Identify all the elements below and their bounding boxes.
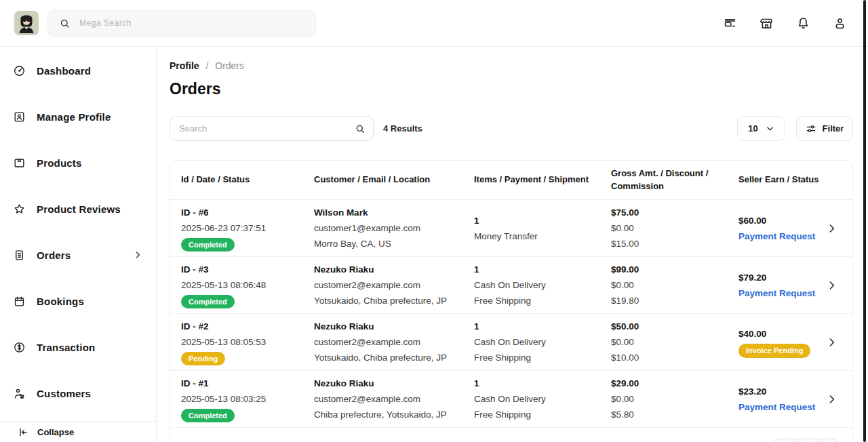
sidebar-item-label: Bookings	[37, 296, 84, 307]
sidebar-item-dashboard[interactable]: Dashboard	[0, 47, 156, 94]
sidebar: Dashboard Manage Profile Products Produc…	[0, 47, 157, 442]
cell-customer: Nezuko Riaku customer2@example.com Yotsu…	[314, 257, 474, 313]
sidebar-item-manage-profile[interactable]: Manage Profile	[0, 94, 156, 140]
payment-request-link[interactable]: Payment Request	[738, 285, 832, 301]
collapse-label: Collapse	[37, 427, 74, 437]
shipment-method: Free Shipping	[474, 293, 601, 308]
payment-request-link[interactable]: Payment Request	[738, 399, 832, 415]
order-row[interactable]: ID - #3 2025-05-13 08:06:48 Completed Ne…	[170, 257, 852, 314]
profile-card-icon	[13, 110, 26, 123]
order-row[interactable]: ID - #6 2025-06-23 07:37:51 Completed Wi…	[170, 200, 852, 257]
results-count: 4 Results	[383, 123, 422, 134]
breadcrumb-separator: /	[205, 60, 208, 71]
pagination	[774, 439, 837, 442]
breadcrumb: Profile / Orders	[170, 60, 868, 71]
cell-id-date-status: ID - #2 2025-05-13 08:05:53 Pending	[181, 314, 314, 370]
chevron-down-icon	[766, 124, 774, 133]
status-badge: Pending	[181, 352, 225, 366]
items-count: 1	[474, 213, 601, 228]
mega-search	[47, 9, 316, 37]
window-scrollbar[interactable]	[863, 0, 866, 442]
column-header: Gross Amt. / Discount / Commission	[611, 167, 738, 193]
order-id: ID - #1	[181, 376, 304, 391]
breadcrumb-parent[interactable]: Profile	[170, 60, 199, 71]
row-chevron-right-icon[interactable]	[826, 222, 837, 234]
order-date: 2025-05-13 08:03:25	[181, 391, 304, 407]
cell-amounts: $99.00 $0.00 $19.80	[611, 257, 738, 313]
order-row[interactable]: ID - #2 2025-05-13 08:05:53 Pending Nezu…	[170, 314, 852, 371]
filter-button[interactable]: Filter	[796, 116, 853, 141]
order-id: ID - #2	[181, 319, 304, 334]
breadcrumb-current: Orders	[215, 60, 244, 71]
sidebar-item-label: Manage Profile	[37, 111, 111, 123]
customer-location: Yotsukaido, Chiba prefecture, JP	[314, 293, 465, 308]
gross-amount: $29.00	[611, 376, 729, 391]
sidebar-item-transaction[interactable]: Transaction	[0, 324, 156, 370]
table-search	[170, 116, 374, 141]
user-icon[interactable]	[833, 16, 847, 31]
gross-amount: $75.00	[611, 205, 729, 220]
commission-amount: $5.80	[611, 407, 729, 422]
page-size-select[interactable]: 10	[737, 116, 785, 141]
customer-email: customer2@example.com	[314, 277, 465, 293]
commission-amount: $19.80	[611, 293, 729, 308]
topbar	[0, 0, 868, 47]
cell-amounts: $75.00 $0.00 $15.00	[611, 200, 738, 256]
column-header: Items / Payment / Shipment	[474, 174, 611, 186]
items-count: 1	[474, 319, 601, 334]
sidebar-item-label: Transaction	[37, 342, 95, 353]
brand-avatar[interactable]	[14, 11, 39, 35]
sidebar-item-bookings[interactable]: Bookings	[0, 278, 156, 324]
pagination-button[interactable]	[816, 439, 837, 442]
customer-email: customer2@example.com	[314, 334, 465, 350]
sidebar-item-orders[interactable]: Orders	[0, 232, 156, 278]
column-header: Id / Date / Status	[181, 174, 314, 186]
row-chevron-right-icon[interactable]	[826, 336, 837, 348]
seller-earn-amount: $23.20	[738, 384, 832, 399]
table-header-row: Id / Date / StatusCustomer / Email / Loc…	[170, 161, 852, 200]
pagination-button[interactable]	[774, 439, 795, 442]
customer-name: Nezuko Riaku	[314, 319, 465, 334]
toolbar-right: 10 Filter	[737, 116, 853, 141]
chevron-right-icon	[133, 250, 142, 260]
cell-items-payment: 1 Money Transfer	[474, 200, 611, 256]
cell-customer: Nezuko Riaku customer2@example.com Chiba…	[314, 371, 474, 427]
cell-customer: Wilson Mark customer1@example.com Morro …	[314, 200, 474, 256]
dollar-circle-icon	[13, 341, 26, 354]
commission-amount: $15.00	[611, 236, 729, 252]
order-date: 2025-05-13 08:06:48	[181, 277, 304, 293]
sidebar-collapse-button[interactable]: Collapse	[0, 421, 156, 442]
customer-name: Nezuko Riaku	[314, 262, 465, 277]
customer-location: Yotsukaido, Chiba prefecture, JP	[314, 350, 465, 365]
customer-location: Morro Bay, CA, US	[314, 236, 465, 252]
sidebar-item-products[interactable]: Products	[0, 140, 156, 186]
cell-items-payment: 1 Cash On Delivery Free Shipping	[474, 257, 611, 313]
row-chevron-right-icon[interactable]	[826, 393, 837, 405]
discount-amount: $0.00	[611, 277, 729, 293]
cell-id-date-status: ID - #3 2025-05-13 08:06:48 Completed	[181, 257, 314, 313]
sidebar-item-customers[interactable]: Customers	[0, 370, 156, 416]
sidebar-item-product-reviews[interactable]: Product Reviews	[0, 186, 156, 232]
pagination-button[interactable]	[795, 439, 816, 442]
cell-id-date-status: ID - #6 2025-06-23 07:37:51 Completed	[181, 200, 314, 256]
mega-search-input[interactable]	[78, 18, 304, 28]
search-icon	[355, 123, 366, 134]
dashboard-icon	[13, 64, 26, 77]
cell-items-payment: 1 Cash On Delivery Free Shipping	[474, 371, 611, 427]
table-search-input[interactable]	[170, 116, 374, 141]
bell-icon[interactable]	[796, 16, 810, 31]
order-row[interactable]: ID - #1 2025-05-13 08:03:25 Completed Ne…	[170, 371, 852, 428]
main-content: Profile / Orders Orders 4 Results 10	[157, 47, 868, 442]
store-icon[interactable]	[760, 16, 774, 31]
sidebar-item-label: Customers	[37, 388, 91, 399]
payment-request-link[interactable]: Payment Request	[738, 228, 832, 244]
shop-icon[interactable]	[723, 16, 737, 31]
shipment-method: Free Shipping	[474, 407, 601, 422]
row-chevron-right-icon[interactable]	[826, 279, 837, 291]
shipment-method: Free Shipping	[474, 350, 601, 365]
discount-amount: $0.00	[611, 334, 729, 350]
items-count: 1	[474, 262, 601, 277]
cell-amounts: $50.00 $0.00 $10.00	[611, 314, 738, 370]
sidebar-item-label: Product Reviews	[37, 203, 121, 215]
status-badge: Completed	[181, 409, 235, 423]
